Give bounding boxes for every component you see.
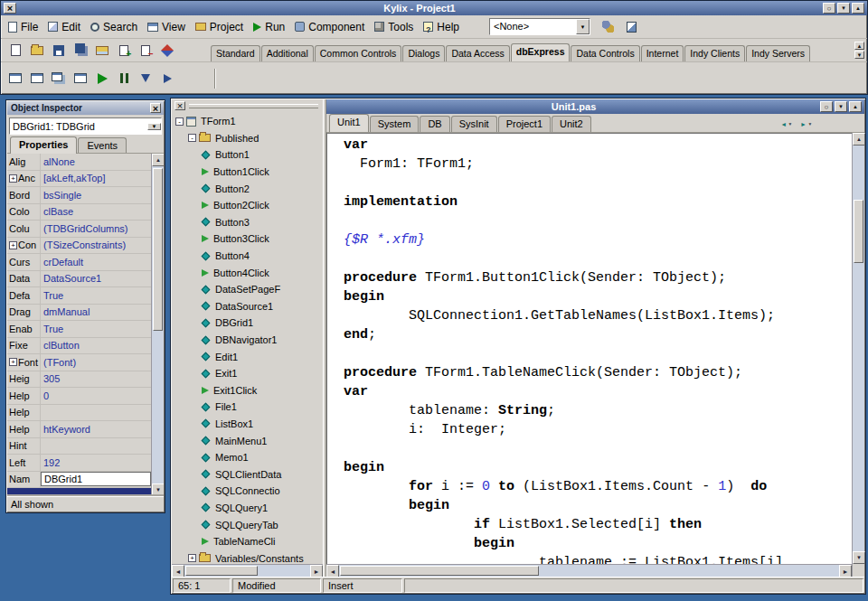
tree-item-tablenamecli[interactable]: TableNameCli — [172, 533, 323, 550]
editor-tab-system[interactable]: System — [370, 116, 420, 132]
scrollbar-thumb[interactable] — [340, 566, 539, 576]
scrollbar-track[interactable] — [853, 146, 864, 551]
property-value[interactable]: htKeyword — [41, 424, 151, 435]
property-row[interactable]: ColoclBase — [7, 204, 151, 221]
menu-tools[interactable]: Tools — [371, 18, 420, 36]
chevron-down-icon[interactable] — [576, 19, 590, 34]
property-value[interactable]: clBase — [41, 206, 151, 217]
step-over-button[interactable] — [156, 69, 178, 88]
tree-item-datasource1[interactable]: DataSource1 — [172, 298, 323, 315]
pause-button[interactable] — [113, 69, 135, 88]
code-area[interactable]: var Form1: TForm1;implementation{$R *.xf… — [326, 133, 852, 564]
property-row[interactable]: NamDBGrid1 — [7, 472, 151, 489]
property-value[interactable]: clButton — [41, 340, 151, 351]
editor-tab-db[interactable]: DB — [420, 116, 449, 132]
property-value[interactable]: (TDBGridColumns) — [41, 223, 151, 234]
browse-back-button[interactable] — [778, 117, 795, 129]
property-row[interactable]: +Font(TFont) — [7, 354, 151, 371]
property-row[interactable]: CurscrDefault — [7, 254, 151, 271]
properties-scrollbar[interactable] — [151, 154, 164, 496]
collapse-icon[interactable]: - — [188, 134, 196, 142]
sticky-icon[interactable] — [820, 101, 833, 112]
expand-icon[interactable]: + — [188, 554, 196, 562]
property-row[interactable]: AligalNone — [7, 154, 151, 171]
property-row[interactable]: +Anc[akLeft,akTop] — [7, 171, 151, 188]
titlebar[interactable]: Kylix - Project1 — [1, 1, 867, 15]
editor-hscrollbar[interactable] — [326, 564, 852, 577]
explorer-scrollbar[interactable] — [172, 564, 323, 577]
property-row[interactable]: BordbsSingle — [7, 187, 151, 204]
palette-tab-dbexpress[interactable]: dbExpress — [511, 43, 571, 61]
scroll-up-icon[interactable] — [152, 154, 164, 166]
tree-item-memo1[interactable]: Memo1 — [172, 449, 323, 466]
tree-item-button2click[interactable]: Button2Click — [172, 197, 323, 214]
editor-titlebar[interactable]: Unit1.pas — [326, 99, 864, 114]
new-button[interactable] — [5, 41, 26, 60]
tree-item-button2[interactable]: Button2 — [172, 180, 323, 197]
tree-item-sqlquerytab[interactable]: SQLQueryTab — [172, 516, 323, 533]
remove-from-project-button[interactable] — [135, 41, 156, 60]
property-value[interactable]: 305 — [41, 373, 151, 384]
collapse-icon[interactable]: - — [175, 117, 184, 126]
tree-item-button3[interactable]: Button3 — [172, 214, 323, 231]
scrollbar-track[interactable] — [339, 565, 839, 577]
tree-item-mainmenu1[interactable]: MainMenu1 — [172, 432, 323, 449]
open-project-button[interactable] — [91, 41, 113, 60]
tree-item-exit1click[interactable]: Exit1Click — [172, 382, 323, 399]
palette-tab-additional[interactable]: Additional — [261, 45, 314, 61]
toggle-form-unit-button[interactable] — [48, 69, 70, 88]
tree-item-datasetpagef[interactable]: DataSetPageF — [172, 281, 323, 298]
scrollbar-thumb[interactable] — [854, 200, 863, 263]
property-row[interactable]: DataDataSource1 — [7, 271, 151, 288]
sticky-icon[interactable] — [823, 3, 835, 14]
palette-tab-data-access[interactable]: Data Access — [446, 45, 509, 61]
maximize-icon[interactable] — [849, 101, 862, 112]
oi-tab-properties[interactable]: Properties — [10, 136, 77, 154]
property-row[interactable]: Left192 — [7, 455, 151, 472]
tree-item-button1[interactable]: Button1 — [172, 146, 323, 164]
help-contents-button[interactable] — [156, 41, 178, 60]
editor-tab-unit2[interactable]: Unit2 — [552, 116, 591, 132]
scrollbar-track[interactable] — [184, 565, 310, 577]
open-button[interactable] — [26, 41, 48, 60]
scrollbar-thumb[interactable] — [185, 566, 258, 576]
expand-icon[interactable]: + — [9, 241, 17, 249]
palette-tab-data-controls[interactable]: Data Controls — [571, 45, 639, 61]
property-value[interactable]: (TSizeConstraints) — [41, 239, 151, 250]
desktop-layout-combo[interactable]: <None> — [489, 18, 590, 35]
close-icon[interactable] — [4, 3, 16, 14]
view-unit-button[interactable] — [5, 69, 26, 88]
scroll-up-icon[interactable] — [854, 42, 864, 50]
component-selector[interactable]: DBGrid1: TDBGrid — [9, 117, 162, 135]
close-icon[interactable] — [150, 103, 161, 113]
editor-tab-sysinit[interactable]: SysInit — [451, 116, 497, 132]
property-row[interactable]: EnabTrue — [7, 321, 151, 338]
property-value[interactable]: dmManual — [41, 306, 151, 317]
palette-tab-common-controls[interactable]: Common Controls — [315, 45, 402, 61]
object-inspector-titlebar[interactable]: Object Inspector — [7, 101, 164, 115]
scroll-down-icon[interactable] — [152, 484, 164, 496]
minimize-icon[interactable] — [837, 3, 850, 14]
tree-item-file1[interactable]: File1 — [172, 399, 323, 416]
menu-search[interactable]: Search — [87, 18, 144, 36]
palette-tab-standard[interactable]: Standard — [211, 45, 260, 61]
property-value[interactable]: alNone — [41, 156, 151, 167]
property-value[interactable]: True — [41, 324, 151, 334]
property-row[interactable]: HelphtKeyword — [7, 421, 151, 438]
browse-forward-button[interactable] — [798, 117, 815, 129]
property-row[interactable]: +Con(TSizeConstraints) — [7, 238, 151, 255]
dock-grab-handle[interactable] — [189, 104, 318, 108]
tree-item-variables-constants[interactable]: +Variables/Constants — [172, 549, 323, 564]
property-row[interactable]: Hint — [7, 438, 151, 455]
property-value[interactable]: 0 — [41, 390, 151, 401]
menu-file[interactable]: File — [5, 18, 44, 36]
scroll-left-icon[interactable] — [326, 565, 339, 578]
property-value[interactable]: DBGrid1 — [41, 472, 151, 486]
property-row[interactable]: DefaTrue — [7, 287, 151, 305]
run-with-params-button[interactable] — [598, 17, 619, 36]
property-row[interactable]: DragdmManual — [7, 305, 151, 322]
property-value[interactable]: (TFont) — [41, 357, 151, 368]
tree-item-edit1[interactable]: Edit1 — [172, 348, 323, 365]
scroll-right-icon[interactable] — [839, 565, 852, 578]
chevron-down-icon[interactable] — [147, 123, 161, 130]
